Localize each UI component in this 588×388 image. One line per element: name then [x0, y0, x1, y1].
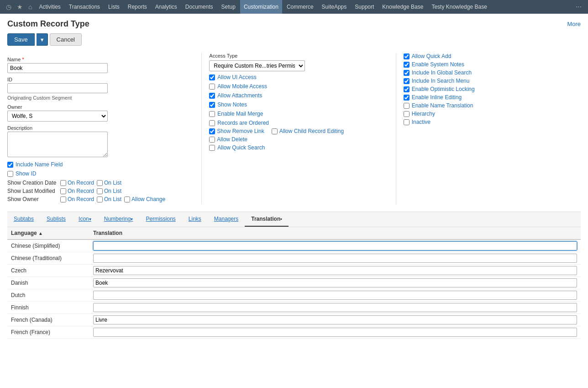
table-row: Danish [7, 277, 581, 289]
modified-on-list-checkbox[interactable] [97, 188, 103, 194]
translation-input[interactable] [93, 266, 577, 275]
records-ordered-label[interactable]: Records are Ordered [217, 120, 269, 126]
nav-testy-knowledge-base[interactable]: Testy Knowledge Base [428, 0, 490, 14]
show-remove-link-checkbox[interactable] [209, 128, 215, 134]
tab-links[interactable]: Links [182, 212, 208, 227]
translation-input[interactable] [93, 315, 577, 324]
translation-input[interactable] [93, 278, 577, 287]
nav-analytics[interactable]: Analytics [152, 0, 181, 14]
include-global-search-label[interactable]: Include In Global Search [412, 69, 472, 76]
save-dropdown-button[interactable]: ▼ [37, 33, 48, 46]
allow-quick-add-checkbox[interactable] [404, 53, 410, 59]
enable-name-translation-label[interactable]: Enable Name Translation [412, 102, 473, 109]
modified-on-record-label[interactable]: On Record [68, 188, 94, 194]
nav-support[interactable]: Support [351, 0, 378, 14]
home-icon[interactable]: ⌂ [26, 3, 34, 11]
include-global-search-checkbox[interactable] [404, 70, 410, 76]
creation-on-list-label[interactable]: On List [104, 180, 121, 186]
nav-activities[interactable]: Activities [35, 0, 64, 14]
modified-on-list-label[interactable]: On List [104, 188, 121, 194]
tab-translation[interactable]: Translation• [245, 212, 289, 227]
cancel-button[interactable]: Cancel [50, 33, 82, 46]
enable-optimistic-locking-checkbox[interactable] [404, 86, 410, 92]
enable-mail-merge-checkbox[interactable] [209, 111, 215, 117]
translation-input[interactable] [93, 254, 577, 263]
nav-documents[interactable]: Documents [182, 0, 217, 14]
allow-ui-access-checkbox[interactable] [209, 74, 215, 80]
inactive-label[interactable]: Inactive [412, 119, 430, 125]
id-input[interactable] [7, 83, 108, 93]
language-column-header[interactable]: Language ▲ [7, 227, 89, 239]
tab-permissions[interactable]: Permissions [139, 212, 182, 227]
enable-inline-editing-checkbox[interactable] [404, 95, 410, 101]
nav-knowledge-base[interactable]: Knowledge Base [378, 0, 427, 14]
tab-numbering[interactable]: Numbering▾ [98, 212, 140, 227]
show-notes-label[interactable]: Show Notes [217, 101, 247, 108]
allow-delete-checkbox[interactable] [209, 137, 215, 143]
description-textarea[interactable] [7, 132, 108, 157]
include-search-menu-label[interactable]: Include In Search Menu [412, 78, 470, 84]
translation-input[interactable] [93, 328, 577, 337]
owner-on-list-label[interactable]: On List [104, 196, 121, 202]
allow-quick-search-checkbox[interactable] [209, 145, 215, 151]
tab-icon[interactable]: Icon▾ [72, 212, 98, 227]
tab-subtabs[interactable]: Subtabs [7, 212, 40, 227]
include-name-field-label[interactable]: Include Name Field [16, 161, 63, 168]
include-search-menu-checkbox[interactable] [404, 78, 410, 84]
owner-on-list-checkbox[interactable] [97, 197, 103, 202]
nav-reports[interactable]: Reports [124, 0, 151, 14]
allow-attachments-label[interactable]: Allow Attachments [217, 92, 262, 99]
owner-allow-change-label[interactable]: Allow Change [131, 196, 165, 202]
allow-child-record-editing-label[interactable]: Allow Child Record Editing [279, 128, 344, 134]
enable-optimistic-locking-label[interactable]: Enable Optimistic Locking [412, 86, 475, 92]
creation-on-record-label[interactable]: On Record [68, 180, 94, 186]
name-input[interactable] [7, 63, 108, 73]
access-type-select[interactable]: Require Custom Re...tries Permission No … [209, 60, 305, 71]
show-id-checkbox[interactable] [7, 171, 13, 177]
creation-on-record-checkbox[interactable] [60, 180, 66, 186]
allow-ui-access-label[interactable]: Allow UI Access [217, 74, 256, 80]
tab-sublists[interactable]: Sublists [40, 212, 72, 227]
save-button[interactable]: Save [7, 33, 35, 46]
enable-inline-editing-label[interactable]: Enable Inline Editing [412, 94, 462, 101]
allow-quick-add-label[interactable]: Allow Quick Add [412, 53, 452, 59]
nav-lists[interactable]: Lists [105, 0, 123, 14]
allow-mobile-access-label[interactable]: Allow Mobile Access [217, 83, 267, 90]
modified-on-record-checkbox[interactable] [60, 188, 66, 194]
enable-mail-merge-label[interactable]: Enable Mail Merge [217, 111, 263, 117]
allow-quick-search-label[interactable]: Allow Quick Search [217, 144, 265, 151]
nav-transactions[interactable]: Transactions [65, 0, 104, 14]
records-ordered-checkbox[interactable] [209, 120, 215, 126]
star-icon[interactable]: ★ [15, 3, 25, 11]
show-notes-checkbox[interactable] [209, 102, 215, 108]
nav-commerce[interactable]: Commerce [283, 0, 317, 14]
show-id-label[interactable]: Show ID [16, 170, 36, 177]
allow-mobile-access-checkbox[interactable] [209, 84, 215, 90]
owner-on-record-label[interactable]: On Record [68, 196, 94, 202]
enable-system-notes-label[interactable]: Enable System Notes [412, 61, 464, 68]
hierarchy-label[interactable]: Hierarchy [412, 111, 435, 117]
enable-name-translation-checkbox[interactable] [404, 103, 410, 109]
hierarchy-checkbox[interactable] [404, 111, 410, 117]
translation-input[interactable] [93, 303, 577, 312]
owner-on-record-checkbox[interactable] [60, 197, 66, 202]
enable-system-notes-checkbox[interactable] [404, 62, 410, 68]
include-name-field-checkbox[interactable] [7, 162, 13, 168]
show-remove-link-label[interactable]: Show Remove Link [217, 128, 264, 134]
owner-select[interactable]: Wolfe, S [7, 111, 108, 122]
tab-managers[interactable]: Managers [208, 212, 245, 227]
more-link[interactable]: More [567, 21, 581, 27]
history-icon[interactable]: ◷ [4, 3, 14, 11]
creation-on-list-checkbox[interactable] [97, 180, 103, 186]
allow-attachments-checkbox[interactable] [209, 93, 215, 99]
owner-allow-change-checkbox[interactable] [124, 197, 130, 202]
nav-more-icon[interactable]: ··· [573, 3, 584, 11]
nav-suiteapps[interactable]: SuiteApps [318, 0, 351, 14]
inactive-checkbox[interactable] [404, 119, 410, 125]
translation-input[interactable] [93, 291, 577, 300]
nav-setup[interactable]: Setup [218, 0, 239, 14]
allow-delete-label[interactable]: Allow Delete [217, 136, 247, 143]
translation-input[interactable] [93, 241, 577, 250]
nav-customization[interactable]: Customization [240, 0, 282, 14]
allow-child-record-editing-checkbox[interactable] [272, 128, 278, 134]
